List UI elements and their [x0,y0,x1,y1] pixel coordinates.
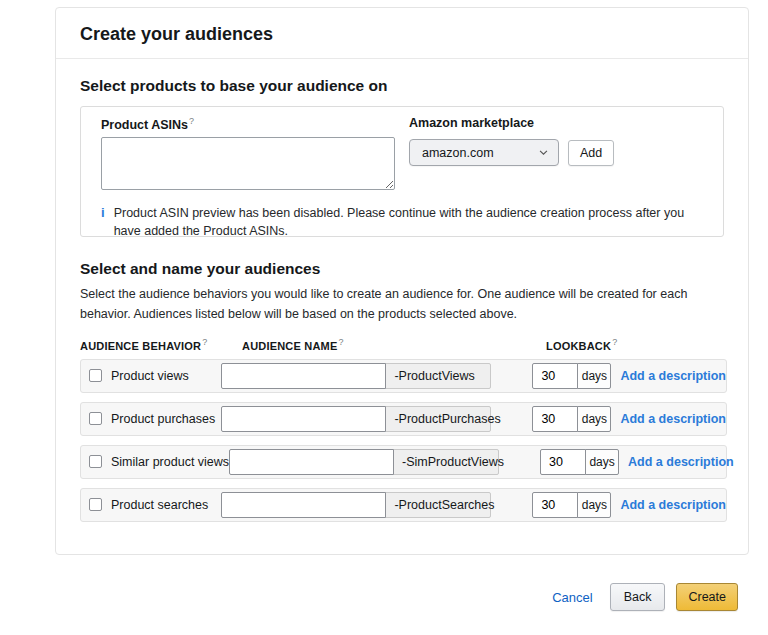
behavior-label: Product searches [111,498,208,512]
behavior-cell: Product searches [89,498,221,512]
behavior-label: Product purchases [111,412,215,426]
behavior-label: Product views [111,369,189,383]
audience-row-product-searches: Product searches -ProductSearches days A… [80,488,727,522]
card-header: Create your audiences [56,8,748,59]
help-icon[interactable]: ? [612,337,617,347]
lookback-unit: days [577,492,611,518]
add-description-link[interactable]: Add a description [620,369,726,383]
column-header-name-text: AUDIENCE NAME [242,340,338,352]
lookback-group: days [532,363,611,389]
column-header-behavior-text: AUDIENCE BEHAVIOR [80,340,201,352]
audience-name-group: -ProductPurchases [221,406,491,432]
marketplace-select[interactable]: amazon.com [409,139,559,166]
audience-name-suffix: -ProductSearches [385,492,491,518]
lookback-group: days [540,449,619,475]
product-asins-textarea[interactable] [101,137,395,190]
marketplace-field: Amazon marketplace amazon.com Add [409,116,614,166]
audience-row-product-views: Product views -ProductViews days Add a d… [80,359,727,393]
column-header-name: AUDIENCE NAME? [242,337,546,352]
create-button[interactable]: Create [676,583,738,611]
column-header-behavior: AUDIENCE BEHAVIOR? [80,337,242,352]
lookback-unit: days [577,406,611,432]
back-button[interactable]: Back [610,583,666,611]
lookback-input[interactable] [532,492,578,518]
lookback-input[interactable] [540,449,586,475]
lookback-group: days [532,492,611,518]
help-icon[interactable]: ? [339,337,344,347]
asin-info-message: i Product ASIN preview has been disabled… [101,204,703,240]
lookback-input[interactable] [532,406,578,432]
behavior-label: Similar product views [111,455,229,469]
add-button[interactable]: Add [568,140,614,166]
lookback-unit: days [577,363,611,389]
add-description-link[interactable]: Add a description [620,498,726,512]
column-header-lookback-text: LOOKBACK [546,340,611,352]
audience-row-product-purchases: Product purchases -ProductPurchases days… [80,402,727,436]
behavior-cell: Product purchases [89,412,221,426]
audience-name-group: -SimProductViews [229,449,499,475]
audience-name-suffix: -ProductViews [385,363,491,389]
audience-name-input[interactable] [221,492,386,518]
column-header-lookback: LOOKBACK? [546,337,617,352]
behavior-checkbox[interactable] [89,369,102,382]
behavior-cell: Product views [89,369,221,383]
audiences-section-heading: Select and name your audiences [80,260,724,278]
behavior-checkbox[interactable] [89,412,102,425]
lookback-unit: days [585,449,619,475]
marketplace-select-value: amazon.com [422,146,538,160]
column-headers: AUDIENCE BEHAVIOR? AUDIENCE NAME? LOOKBA… [80,337,724,352]
help-icon[interactable]: ? [202,337,207,347]
product-asins-label-text: Product ASINs [101,118,188,132]
audience-name-suffix: -ProductPurchases [385,406,491,432]
behavior-cell: Similar product views [89,455,229,469]
add-description-link[interactable]: Add a description [620,412,726,426]
lookback-input[interactable] [532,363,578,389]
asin-info-text: Product ASIN preview has been disabled. … [114,204,703,240]
products-box: Product ASINs? Amazon marketplace amazon… [80,106,724,237]
behavior-checkbox[interactable] [89,455,102,468]
card-body: Select products to base your audience on… [56,59,748,522]
audience-name-input[interactable] [221,406,386,432]
help-icon[interactable]: ? [189,116,194,126]
audience-name-input[interactable] [229,449,394,475]
product-asins-label: Product ASINs? [101,116,395,132]
audience-name-group: -ProductSearches [221,492,491,518]
page-title: Create your audiences [80,24,724,45]
chevron-down-icon [538,147,549,158]
info-icon: i [101,204,105,240]
audiences-section-description: Select the audience behaviors you would … [80,284,724,324]
behavior-checkbox[interactable] [89,498,102,511]
audience-name-suffix: -SimProductViews [393,449,499,475]
audience-name-group: -ProductViews [221,363,491,389]
product-asins-field: Product ASINs? [101,116,395,194]
audience-row-similar-product-views: Similar product views -SimProductViews d… [80,445,727,479]
audience-name-input[interactable] [221,363,386,389]
products-section-heading: Select products to base your audience on [80,77,724,95]
add-description-link[interactable]: Add a description [628,455,734,469]
lookback-group: days [532,406,611,432]
cancel-link[interactable]: Cancel [552,590,592,605]
create-audiences-card: Create your audiences Select products to… [55,7,749,555]
marketplace-label: Amazon marketplace [409,116,614,130]
footer-actions: Cancel Back Create [552,583,738,611]
